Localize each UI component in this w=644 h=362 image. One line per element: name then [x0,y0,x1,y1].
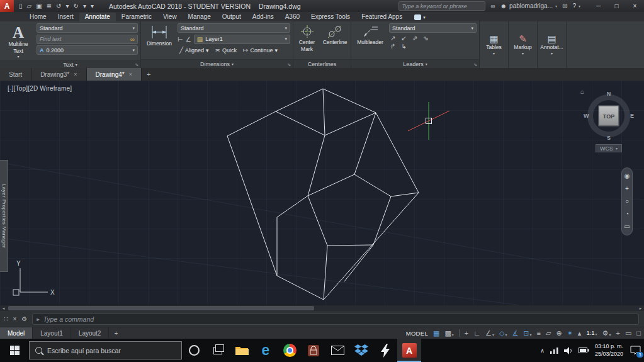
annotation-monitor-icon[interactable]: + [616,330,620,337]
command-grip-icon[interactable]: ∷ [4,315,8,322]
dropbox-button[interactable] [349,339,373,362]
viewport-controls-label[interactable]: [-][Top][2D Wireframe] [8,85,72,92]
viewcube-west[interactable]: W [584,113,589,119]
chrome-button[interactable] [278,339,302,362]
network-icon[interactable] [550,348,558,354]
viewcube[interactable]: ⌂ N S W E TOP WCS ▾ [582,89,635,152]
ribbon-tab-insert[interactable]: Insert [52,13,79,21]
help-button[interactable]: ? ▾ [572,3,580,9]
grid-display-icon[interactable]: ▦ [433,330,439,337]
ribbon-tab-home[interactable]: Home [24,13,52,21]
taskbar-search-input[interactable]: Escribe aquí para buscar [29,341,182,359]
pan-icon[interactable]: + [625,186,629,192]
ribbon-tab-parametric[interactable]: Parametric [116,13,157,21]
taskbar-clock[interactable]: 03:10 p. m. 25/03/2020 [595,343,623,358]
orbit-icon[interactable]: ◔ [625,211,629,217]
plot-icon[interactable]: ≣ [47,3,52,9]
close-button[interactable]: × [626,0,644,12]
drawing-viewport[interactable]: [-][Top][2D Wireframe] Layer Properties … [0,81,644,305]
qat-customize-icon[interactable]: ▾ [91,3,94,9]
align-leaders-icon[interactable]: ⇗ [412,35,417,42]
layout-tab-layout1[interactable]: Layout1 [33,327,71,339]
battery-icon[interactable] [579,348,589,353]
find-text-input[interactable]: Find text ∞ [37,35,138,44]
file-tab-drawing3[interactable]: Drawing3*× [31,68,86,81]
close-tab-icon[interactable]: × [129,71,132,77]
dim-linear-icon[interactable]: ⊢ [178,36,183,43]
isodraft-icon[interactable]: ◇▾ [499,330,507,337]
text-panel-footer[interactable]: Text ▾ ⇘ [0,60,140,68]
wcs-dropdown[interactable]: WCS ▾ [596,144,622,152]
ribbon-tab-annotate[interactable]: Annotate [79,13,116,21]
new-drawing-tab-button[interactable]: + [142,68,155,81]
dim-angular-icon[interactable]: ∠ [186,36,191,43]
autocad-taskbar-button[interactable]: A [397,339,421,362]
new-layout-button[interactable]: + [109,327,123,339]
centerlines-panel-footer[interactable]: Centerlines [293,59,351,68]
dim-layer-dropdown[interactable]: ▤ Layer1 ▾ [194,35,290,44]
viewcube-home-icon[interactable]: ⌂ [580,88,584,95]
file-explorer-button[interactable] [230,339,254,362]
undo-dropdown-icon[interactable]: ▾ [65,3,69,9]
text-height-dropdown[interactable]: A 0.2000 ▾ [37,45,138,55]
leaders-panel-launcher-icon[interactable]: ⇘ [473,62,477,67]
dimensions-panel-footer[interactable]: Dimensions ▾ ⇘ [141,59,293,68]
showmotion-icon[interactable]: ▭ [624,223,630,230]
mail-button[interactable] [325,339,349,362]
lightning-app-button[interactable] [373,339,397,362]
scrollbar-track[interactable] [7,305,637,311]
viewcube-north[interactable]: N [607,91,611,97]
signin-button[interactable]: ☻ pablomadriga... ▾ [500,3,557,9]
horizontal-scrollbar[interactable]: ◂ ▸ [0,305,644,311]
command-input[interactable]: ▸ Type a command [32,314,639,325]
model-space-toggle[interactable]: MODEL [406,330,428,337]
viewcube-top-face[interactable]: TOP [599,106,619,127]
store-app-button[interactable] [302,339,325,362]
exchange-apps-icon[interactable]: ⊞ [562,3,567,9]
leader-collect-icon[interactable]: ↳ [401,43,406,50]
clean-screen-icon[interactable]: □ [636,330,641,337]
center-mark-button[interactable]: Center Mark [296,23,318,58]
ribbon-tab-express-tools[interactable]: Express Tools [305,13,356,21]
minimize-button[interactable]: ─ [589,0,607,12]
command-close-icon[interactable]: × [13,315,16,322]
edge-button[interactable]: e [254,339,278,362]
ribbon-tab-view[interactable]: View [157,13,183,21]
osnap-tracking-icon[interactable]: ∡ [512,330,518,337]
annotation-visibility-icon[interactable]: ✶ [567,330,573,337]
autoscale-icon[interactable]: ▴ [578,330,582,337]
object-snap-icon[interactable]: ⊡▾ [523,330,531,337]
ribbon-display-toggle[interactable]: ▾ [414,14,426,21]
quick-dimension-button[interactable]: ≍ Quick [213,45,239,55]
dynamic-input-icon[interactable]: + [465,330,468,337]
dimensions-panel-launcher-icon[interactable]: ⇘ [287,62,291,67]
volume-icon[interactable] [564,347,573,354]
lineweight-icon[interactable]: ≡ [537,330,541,337]
quick-properties-icon[interactable]: ▭ [625,330,631,337]
multiline-text-button[interactable]: A Multiline Text ▾ [3,23,34,59]
undo-icon[interactable]: ↺ [56,3,61,9]
file-tab-drawing4[interactable]: Drawing4*× [87,68,142,81]
multileader-button[interactable]: Multileader [354,23,387,58]
new-file-icon[interactable]: ▯ [19,3,23,9]
task-view-button[interactable] [206,339,230,362]
leaders-panel-footer[interactable]: Leaders ▾ ⇘ [351,59,479,68]
keyword-search-input[interactable]: Type a keyword or phrase [398,1,485,11]
multileader-style-dropdown[interactable]: Standard ▾ [389,23,477,33]
autocad-app-icon[interactable]: A [0,0,14,12]
ribbon-tab-featured-apps[interactable]: Featured Apps [356,13,408,21]
markup-button[interactable]: ✎ Markup ▾ [509,21,537,68]
cortana-button[interactable] [182,339,206,362]
polar-tracking-icon[interactable]: ∠▾ [485,330,494,337]
scrollbar-thumb[interactable] [8,306,314,310]
annotation-scale-button[interactable]: 1:1▾ [586,330,597,336]
transparency-icon[interactable]: ▱ [546,330,551,337]
ribbon-tab-manage[interactable]: Manage [183,13,217,21]
maximize-button[interactable]: □ [607,0,626,12]
add-leader-icon[interactable]: ↗ [390,35,395,42]
viewcube-east[interactable]: E [630,113,634,119]
scroll-left-icon[interactable]: ◂ [0,306,7,311]
text-style-dropdown[interactable]: Standard ▾ [37,23,138,33]
command-customize-icon[interactable]: ⚙ [21,315,27,322]
remove-leader-icon[interactable]: ↙ [401,35,406,42]
